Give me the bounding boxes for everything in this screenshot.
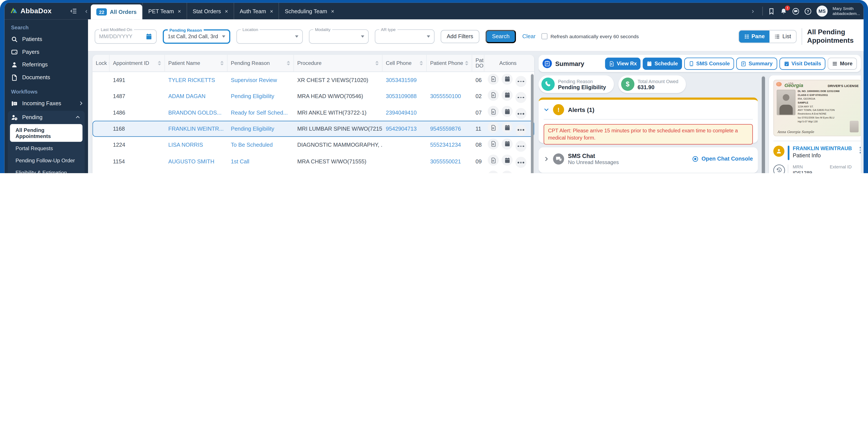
cell-phone-link[interactable]: 3053109088 xyxy=(383,93,427,99)
modality-filter[interactable]: Modality xyxy=(309,29,369,43)
schedule-action-button[interactable] xyxy=(502,106,513,117)
rx-action-button[interactable]: R xyxy=(488,138,499,149)
pending-reason-link[interactable]: To Be Scheduled xyxy=(228,142,294,148)
schedule-action-button[interactable] xyxy=(502,171,513,173)
sidebar-item-patients[interactable]: Patients xyxy=(4,33,88,46)
sidebar-item-eligibility-estimation[interactable]: Eligibility & Estimation xyxy=(10,167,83,173)
more-actions-button[interactable] xyxy=(515,108,526,119)
rx-action-button[interactable]: R xyxy=(488,73,499,84)
tab-close-icon[interactable]: × xyxy=(178,8,181,14)
more-button[interactable]: More xyxy=(828,57,857,69)
schedule-action-button[interactable] xyxy=(502,122,513,133)
sort-icon[interactable] xyxy=(465,61,468,65)
tab-scheduling-team[interactable]: Scheduling Team× xyxy=(279,3,340,20)
location-filter[interactable]: Location xyxy=(236,29,303,43)
user-avatar[interactable]: MS xyxy=(817,6,828,17)
sidebar-item-incoming-faxes[interactable]: Incoming Faxes xyxy=(4,97,88,110)
more-actions-button[interactable] xyxy=(515,141,526,152)
column-header-patient-dob[interactable]: Patient DOB xyxy=(472,55,484,71)
summary-scrollbar[interactable] xyxy=(762,75,765,173)
history-icon[interactable] xyxy=(773,165,785,173)
table-row[interactable]: 1154AUGUSTO SMITH1st CallMRA CHEST W/WO(… xyxy=(92,153,534,170)
table-row[interactable]: 502GIOVANA BARBOSA1st CallMRI LUMBAR SPI… xyxy=(92,170,534,173)
chevron-down-icon[interactable] xyxy=(544,107,549,113)
rx-action-button[interactable]: R xyxy=(488,171,499,173)
table-vertical-scrollbar[interactable] xyxy=(531,73,534,173)
pane-view-button[interactable]: Pane xyxy=(739,30,770,42)
search-button[interactable]: Search xyxy=(485,30,516,43)
schedule-action-button[interactable] xyxy=(502,73,513,84)
sidebar-item-payers[interactable]: Payers xyxy=(4,46,88,58)
sms-console-button[interactable]: SMS Console xyxy=(684,57,734,69)
column-header-appointment-id[interactable]: Appointment ID xyxy=(109,55,164,71)
pending-reason-link[interactable]: Supervisor Review xyxy=(228,77,294,83)
rx-action-button[interactable]: R xyxy=(488,154,499,166)
schedule-button[interactable]: Schedule xyxy=(643,57,682,69)
ar-type-filter[interactable]: AR type xyxy=(375,29,435,43)
column-header-patient-name[interactable]: Patient Name xyxy=(164,55,227,71)
tabs-scroll-right-icon[interactable]: › xyxy=(748,7,757,15)
rx-action-button[interactable]: R xyxy=(488,106,499,117)
patient-phone-link[interactable]: 5552341234 xyxy=(427,142,472,148)
cell-phone-link[interactable]: 9542904713 xyxy=(383,126,427,132)
tab-close-icon[interactable]: × xyxy=(225,8,228,14)
rx-action-button[interactable]: R xyxy=(488,90,499,101)
sort-icon[interactable] xyxy=(287,61,290,65)
column-header-pending-reason[interactable]: Pending Reason xyxy=(227,55,293,71)
summary-button[interactable]: Summary xyxy=(736,57,777,69)
auto-refresh-checkbox[interactable] xyxy=(541,33,548,39)
table-row[interactable]: 1486BRANDON GOLDS...Ready for Self Sched… xyxy=(92,105,534,121)
more-actions-button[interactable] xyxy=(515,124,526,136)
patient-name[interactable]: FRANKLIN WEINTRAUB xyxy=(793,146,855,151)
pending-reason-link[interactable]: Ready for Self Sched... xyxy=(228,110,294,116)
sms-messages-icon[interactable] xyxy=(792,7,799,14)
cell-phone-link[interactable]: 2394049410 xyxy=(383,110,427,116)
patient-phone-link[interactable]: 3055550100 xyxy=(427,93,472,99)
table-row[interactable]: 1168FRANKLIN WEINTR...Pending Eligibilit… xyxy=(92,121,534,137)
calendar-icon[interactable] xyxy=(146,33,152,40)
list-view-button[interactable]: List xyxy=(770,30,796,42)
pending-reason-link[interactable]: 1st Call xyxy=(228,158,294,164)
open-chat-console-link[interactable]: Open Chat Console xyxy=(692,155,753,162)
more-actions-button[interactable] xyxy=(515,76,526,87)
patient-name-link[interactable]: FRANKLIN WEINTR... xyxy=(165,126,228,132)
sidebar-item-referrings[interactable]: Referrings xyxy=(4,58,88,71)
column-header-cell-phone[interactable]: Cell Phone xyxy=(382,55,426,71)
patient-name-link[interactable]: AUGUSTO SMITH xyxy=(165,158,228,164)
schedule-action-button[interactable] xyxy=(502,154,513,166)
patient-phone-link[interactable]: 3055550021 xyxy=(427,158,472,164)
schedule-action-button[interactable] xyxy=(502,90,513,101)
more-actions-button[interactable] xyxy=(515,157,526,168)
sidebar-item-pending[interactable]: Pending xyxy=(8,111,85,124)
view-rx-button[interactable]: R View Rx xyxy=(605,57,641,69)
add-filters-button[interactable]: Add Filters xyxy=(441,30,479,43)
tab-stat-orders[interactable]: Stat Orders× xyxy=(187,3,234,20)
column-header-procedure[interactable]: Procedure xyxy=(293,55,382,71)
sort-icon[interactable] xyxy=(158,61,161,65)
pending-reason-filter[interactable]: Pending Reason 1st Call, 2nd Call, 3rd .… xyxy=(163,29,230,43)
sidebar-item-documents[interactable]: Documents xyxy=(4,71,88,84)
notifications-bell-icon[interactable] xyxy=(780,7,787,14)
table-row[interactable]: 1487ADAM DAGANPending EligibilityMRA HEA… xyxy=(92,88,534,105)
patient-name-link[interactable]: ADAM DAGAN xyxy=(165,93,228,99)
tabs-scroll-left-icon[interactable]: ‹ xyxy=(82,7,91,15)
pending-reason-link[interactable]: Pending Eligibility xyxy=(228,93,294,99)
patient-name-link[interactable]: TYLER RICKETTS xyxy=(165,77,228,83)
cell-phone-link[interactable]: 3053431599 xyxy=(383,77,427,83)
rx-action-button[interactable]: R xyxy=(488,122,499,133)
help-icon[interactable]: ? xyxy=(804,7,811,14)
patient-kebab-menu-icon[interactable] xyxy=(858,146,861,154)
patient-phone-link[interactable]: 9545559876 xyxy=(427,126,472,132)
tab-close-icon[interactable]: × xyxy=(331,8,334,14)
sort-icon[interactable] xyxy=(220,61,223,65)
patient-name-link[interactable]: BRANDON GOLDS... xyxy=(165,110,228,116)
tab-all-orders[interactable]: 22All Orders xyxy=(91,4,142,19)
more-actions-button[interactable] xyxy=(515,92,526,103)
column-header-patient-phone[interactable]: Patient Phone xyxy=(426,55,471,71)
tab-close-icon[interactable]: × xyxy=(270,8,273,14)
table-row[interactable]: 1224LISA NORRISTo Be ScheduledDIAGNOSTIC… xyxy=(92,137,534,153)
sort-icon[interactable] xyxy=(375,61,378,65)
schedule-action-button[interactable] xyxy=(502,138,513,149)
sidebar-item-all-pending-appointments[interactable]: All Pending Appointments xyxy=(10,124,83,142)
last-modified-on-field[interactable]: Last Modified On MM/DD/YYYY xyxy=(95,29,157,43)
